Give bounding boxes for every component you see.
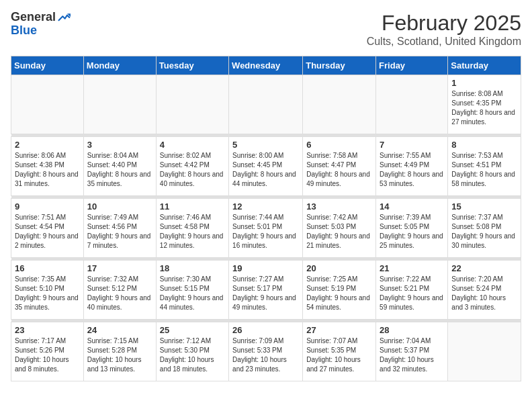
logo-icon [57,11,71,24]
calendar-cell: 27Sunrise: 7:07 AM Sunset: 5:35 PM Dayli… [303,322,376,381]
day-number: 4 [160,140,225,150]
day-number: 13 [306,201,372,212]
calendar-cell: 8Sunrise: 7:53 AM Sunset: 4:51 PM Daylig… [448,137,521,196]
calendar-cell [229,75,303,134]
day-info: Sunrise: 7:44 AM Sunset: 5:01 PM Dayligh… [232,213,299,250]
day-number: 6 [306,140,372,150]
day-info: Sunrise: 7:09 AM Sunset: 5:33 PM Dayligh… [232,336,299,374]
logo-blue-text: Blue [11,24,71,38]
calendar-cell: 11Sunrise: 7:46 AM Sunset: 4:58 PM Dayli… [156,199,228,258]
day-info: Sunrise: 7:46 AM Sunset: 4:58 PM Dayligh… [160,213,225,250]
calendar-cell: 23Sunrise: 7:17 AM Sunset: 5:26 PM Dayli… [11,322,84,381]
day-number: 10 [87,201,152,212]
calendar-cell: 2Sunrise: 8:06 AM Sunset: 4:38 PM Daylig… [11,137,84,196]
day-number: 12 [232,201,299,212]
calendar-cell: 4Sunrise: 8:02 AM Sunset: 4:42 PM Daylig… [156,137,228,196]
day-info: Sunrise: 7:27 AM Sunset: 5:17 PM Dayligh… [232,275,299,312]
calendar-cell: 14Sunrise: 7:39 AM Sunset: 5:05 PM Dayli… [376,199,448,258]
day-info: Sunrise: 8:02 AM Sunset: 4:42 PM Dayligh… [160,151,225,189]
calendar-cell [303,75,376,134]
day-number: 19 [232,263,299,273]
day-number: 8 [451,140,517,150]
day-info: Sunrise: 7:49 AM Sunset: 4:56 PM Dayligh… [87,213,152,250]
day-info: Sunrise: 8:00 AM Sunset: 4:45 PM Dayligh… [232,151,299,189]
calendar-week-row: 9Sunrise: 7:51 AM Sunset: 4:54 PM Daylig… [11,199,521,258]
calendar-cell: 21Sunrise: 7:22 AM Sunset: 5:21 PM Dayli… [376,261,448,320]
day-info: Sunrise: 7:17 AM Sunset: 5:26 PM Dayligh… [15,336,80,374]
calendar-cell: 19Sunrise: 7:27 AM Sunset: 5:17 PM Dayli… [229,261,303,320]
calendar-cell: 16Sunrise: 7:35 AM Sunset: 5:10 PM Dayli… [11,261,84,320]
calendar-week-row: 1Sunrise: 8:08 AM Sunset: 4:35 PM Daylig… [11,75,521,134]
day-info: Sunrise: 7:53 AM Sunset: 4:51 PM Dayligh… [451,151,517,189]
calendar-cell: 17Sunrise: 7:32 AM Sunset: 5:12 PM Dayli… [83,261,156,320]
location-title: Cults, Scotland, United Kingdom [367,36,521,48]
calendar-week-row: 16Sunrise: 7:35 AM Sunset: 5:10 PM Dayli… [11,261,521,320]
calendar-cell: 10Sunrise: 7:49 AM Sunset: 4:56 PM Dayli… [83,199,156,258]
calendar-cell [448,322,521,381]
day-info: Sunrise: 7:20 AM Sunset: 5:24 PM Dayligh… [451,275,517,312]
day-info: Sunrise: 7:55 AM Sunset: 4:49 PM Dayligh… [380,151,444,189]
calendar-cell: 26Sunrise: 7:09 AM Sunset: 5:33 PM Dayli… [229,322,303,381]
day-info: Sunrise: 7:37 AM Sunset: 5:08 PM Dayligh… [451,213,517,250]
day-number: 25 [160,325,225,335]
day-info: Sunrise: 8:04 AM Sunset: 4:40 PM Dayligh… [87,151,152,189]
calendar-cell: 18Sunrise: 7:30 AM Sunset: 5:15 PM Dayli… [156,261,228,320]
calendar-header-thursday: Thursday [303,56,376,75]
calendar-cell: 1Sunrise: 8:08 AM Sunset: 4:35 PM Daylig… [448,75,521,134]
day-number: 16 [15,263,80,273]
day-info: Sunrise: 7:15 AM Sunset: 5:28 PM Dayligh… [87,336,152,374]
day-info: Sunrise: 7:58 AM Sunset: 4:47 PM Dayligh… [306,151,372,189]
logo: General Blue [11,11,71,38]
day-number: 24 [87,325,152,335]
calendar-cell: 22Sunrise: 7:20 AM Sunset: 5:24 PM Dayli… [448,261,521,320]
day-number: 20 [306,263,372,273]
calendar-cell [156,75,228,134]
day-info: Sunrise: 7:25 AM Sunset: 5:19 PM Dayligh… [306,275,372,312]
month-title: February 2025 [367,11,521,36]
page-header: General Blue February 2025 Cults, Scotla… [11,11,521,48]
day-info: Sunrise: 7:07 AM Sunset: 5:35 PM Dayligh… [306,336,372,374]
day-number: 18 [160,263,225,273]
day-number: 5 [232,140,299,150]
calendar-header-sunday: Sunday [11,56,84,75]
calendar-cell [376,75,448,134]
calendar-cell: 13Sunrise: 7:42 AM Sunset: 5:03 PM Dayli… [303,199,376,258]
day-info: Sunrise: 7:39 AM Sunset: 5:05 PM Dayligh… [380,213,444,250]
calendar-week-row: 2Sunrise: 8:06 AM Sunset: 4:38 PM Daylig… [11,137,521,196]
day-number: 1 [451,78,517,88]
day-number: 3 [87,140,152,150]
calendar-cell: 7Sunrise: 7:55 AM Sunset: 4:49 PM Daylig… [376,137,448,196]
title-block: February 2025 Cults, Scotland, United Ki… [367,11,521,48]
day-info: Sunrise: 8:06 AM Sunset: 4:38 PM Dayligh… [15,151,80,189]
day-number: 23 [15,325,80,335]
calendar-header-wednesday: Wednesday [229,56,303,75]
calendar-cell: 25Sunrise: 7:12 AM Sunset: 5:30 PM Dayli… [156,322,228,381]
calendar-cell: 12Sunrise: 7:44 AM Sunset: 5:01 PM Dayli… [229,199,303,258]
calendar-cell: 6Sunrise: 7:58 AM Sunset: 4:47 PM Daylig… [303,137,376,196]
day-number: 2 [15,140,80,150]
day-info: Sunrise: 7:22 AM Sunset: 5:21 PM Dayligh… [380,275,444,312]
calendar-cell: 5Sunrise: 8:00 AM Sunset: 4:45 PM Daylig… [229,137,303,196]
day-info: Sunrise: 7:51 AM Sunset: 4:54 PM Dayligh… [15,213,80,250]
calendar-header-saturday: Saturday [448,56,521,75]
calendar-cell [83,75,156,134]
day-info: Sunrise: 7:30 AM Sunset: 5:15 PM Dayligh… [160,275,225,312]
day-number: 9 [15,201,80,212]
day-info: Sunrise: 7:04 AM Sunset: 5:37 PM Dayligh… [380,336,444,374]
day-info: Sunrise: 8:08 AM Sunset: 4:35 PM Dayligh… [451,89,517,127]
day-number: 26 [232,325,299,335]
day-number: 14 [380,201,444,212]
day-info: Sunrise: 7:32 AM Sunset: 5:12 PM Dayligh… [87,275,152,312]
day-number: 11 [160,201,225,212]
calendar-cell [11,75,84,134]
calendar-cell: 28Sunrise: 7:04 AM Sunset: 5:37 PM Dayli… [376,322,448,381]
calendar-header-tuesday: Tuesday [156,56,228,75]
day-number: 28 [380,325,444,335]
calendar-cell: 3Sunrise: 8:04 AM Sunset: 4:40 PM Daylig… [83,137,156,196]
calendar-cell: 24Sunrise: 7:15 AM Sunset: 5:28 PM Dayli… [83,322,156,381]
calendar-cell: 9Sunrise: 7:51 AM Sunset: 4:54 PM Daylig… [11,199,84,258]
day-number: 27 [306,325,372,335]
day-number: 15 [451,201,517,212]
day-info: Sunrise: 7:12 AM Sunset: 5:30 PM Dayligh… [160,336,225,374]
calendar-cell: 20Sunrise: 7:25 AM Sunset: 5:19 PM Dayli… [303,261,376,320]
